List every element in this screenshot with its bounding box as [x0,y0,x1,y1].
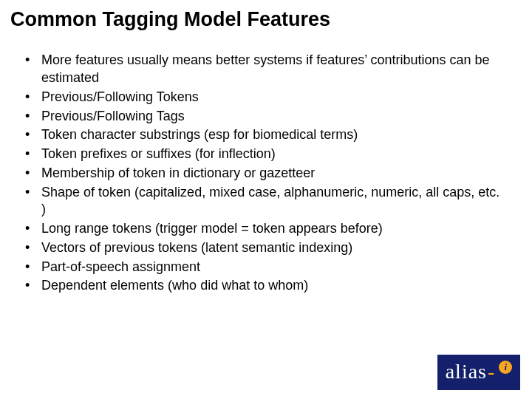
slide-title: Common Tagging Model Features [0,0,532,31]
list-item: Token prefixes or suffixes (for inflecti… [21,146,502,163]
list-item: Dependent elements (who did what to whom… [21,277,502,295]
logo-word: alias [446,361,487,382]
list-item: Membership of token in dictionary or gaz… [21,165,502,183]
list-item: Shape of token (capitalized, mixed case,… [21,184,502,219]
list-item: Part-of-speech assignment [21,259,502,276]
logo-hyphen: - [487,361,496,382]
bullet-list: More features usually means better syste… [21,52,502,295]
slide: Common Tagging Model Features More featu… [0,0,532,399]
list-item: Previous/Following Tags [21,108,502,126]
list-item: More features usually means better syste… [21,52,502,87]
list-item: Long range tokens (trigger model = token… [21,220,502,238]
logo-dot-char: i [505,362,508,372]
list-item: Vectors of previous tokens (latent seman… [21,239,502,257]
list-item: Token character substrings (esp for biom… [21,126,502,144]
logo-aliasi: alias- i [437,355,520,390]
list-item: Previous/Following Tokens [21,89,502,106]
logo-text: alias- [446,361,497,382]
logo-dot-icon: i [499,361,512,374]
slide-body: More features usually means better syste… [0,31,532,295]
